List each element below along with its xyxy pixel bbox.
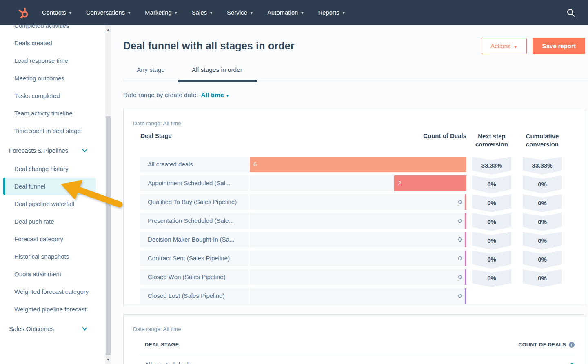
funnel-stage-label: Contract Sent (Sales Pipeline) (140, 251, 249, 266)
funnel-bar-track: 0 (250, 232, 466, 247)
cumulative-conversion-badge: 33.33% (523, 157, 562, 175)
cumulative-conversion-badge: 0% (523, 194, 562, 212)
sidebar-item-team-activity-timeline[interactable]: Team activity timeline (0, 104, 105, 122)
funnel-report-card: Date range: All time Deal Stage Count of… (123, 109, 585, 306)
deal-count-value: 0 (458, 194, 462, 210)
card-date-range: Date range: All time (133, 120, 585, 127)
funnel-bar[interactable] (465, 194, 466, 210)
funnel-bar[interactable] (465, 251, 466, 266)
table-divider (138, 353, 575, 353)
nav-item-sales[interactable]: Sales▼ (185, 9, 220, 16)
actions-button[interactable]: Actions▼ (481, 38, 527, 54)
funnel-bar[interactable]: 6 (250, 157, 466, 172)
column-header-cumulative-conversion: Cumulative conversion (517, 132, 568, 149)
hubspot-logo-icon[interactable] (17, 7, 29, 19)
funnel-bar[interactable] (465, 269, 466, 285)
chevron-down-icon: ▼ (69, 11, 72, 15)
funnel-stage-label: Presentation Scheduled (Sale... (140, 213, 249, 229)
next-step-conversion-badge: 0% (472, 194, 511, 212)
sidebar-scrollbar[interactable]: ▲ ▼ (105, 25, 111, 364)
sidebar-item-historical-snapshots[interactable]: Historical snapshots (0, 248, 105, 265)
sidebar-item-forecasts-pipelines[interactable]: Forecasts & Pipelines (0, 142, 105, 159)
chevron-down-icon: ▼ (127, 11, 131, 15)
table-row-all-created-deals: All created deals6 (145, 361, 574, 364)
sidebar-item-deals-created[interactable]: Deals created (0, 34, 105, 52)
search-icon[interactable] (566, 8, 576, 19)
sidebar-item-tasks-completed[interactable]: Tasks completed (0, 87, 105, 104)
sidebar-item-weighted-forecast-category[interactable]: Weighted forecast category (0, 283, 105, 300)
scroll-up-icon[interactable]: ▲ (105, 28, 111, 31)
tab-any-stage[interactable]: Any stage (123, 63, 178, 81)
column-header-count-of-deals: Count of Deals (250, 132, 466, 149)
date-range-filter-dropdown[interactable]: All time▼ (201, 91, 230, 99)
next-step-conversion-badge: 0% (472, 175, 511, 193)
funnel-bar[interactable] (465, 288, 466, 304)
scroll-down-icon[interactable]: ▼ (105, 358, 111, 362)
table-stage-label: All created deals (145, 361, 192, 364)
funnel-stage-label: Appointment Scheduled (Sal... (140, 175, 249, 191)
column-header-deal-stage: Deal Stage (140, 132, 250, 149)
sidebar-item-meeting-outcomes[interactable]: Meeting outcomes (0, 69, 105, 87)
cumulative-conversion-badge: 0% (523, 213, 562, 231)
funnel-stage-label: Closed Won (Sales Pipeline) (140, 269, 249, 285)
nav-item-marketing[interactable]: Marketing▼ (138, 9, 185, 16)
next-step-conversion-badge: 0% (472, 251, 511, 269)
table-count-value[interactable]: 6 (570, 361, 574, 364)
table-header-deal-stage: DEAL STAGE (145, 342, 179, 348)
chevron-down-icon[interactable] (82, 147, 87, 152)
funnel-row-presentation-scheduled-sale: Presentation Scheduled (Sale...00%0% (140, 213, 585, 232)
sidebar-item-deal-funnel[interactable]: Deal funnel (3, 178, 96, 195)
funnel-stage-label: All created deals (140, 157, 249, 172)
sidebar-item-completed-activities[interactable]: Completed activities (0, 25, 105, 34)
funnel-row-contract-sent-sales-pipeline: Contract Sent (Sales Pipeline)00%0% (140, 251, 585, 269)
cumulative-conversion-badge: 0% (523, 269, 562, 287)
nav-item-service[interactable]: Service▼ (220, 9, 260, 16)
sidebar-item-deal-change-history[interactable]: Deal change history (0, 160, 105, 178)
nav-item-automation[interactable]: Automation▼ (260, 9, 311, 16)
chevron-down-icon: ▼ (514, 44, 518, 49)
cumulative-conversion-badge: 0% (523, 175, 562, 193)
cumulative-conversion-badge: 0% (523, 251, 562, 269)
stage-tabs: Any stage All stages in order (123, 63, 588, 81)
deal-count-value: 0 (458, 213, 462, 229)
save-report-button[interactable]: Save report (533, 38, 585, 54)
funnel-bar-track: 0 (250, 194, 466, 210)
sidebar-item-deal-push-rate[interactable]: Deal push rate (0, 213, 105, 230)
nav-item-conversations[interactable]: Conversations▼ (79, 9, 138, 16)
info-icon[interactable]: i (569, 342, 575, 348)
funnel-row-qualified-to-buy-sales-pipeline: Qualified To Buy (Sales Pipeline)00%0% (140, 194, 585, 213)
funnel-bar[interactable] (465, 213, 466, 229)
table-rows: All created deals6 (133, 361, 575, 364)
deal-count-value: 0 (458, 251, 462, 266)
deal-count-value: 2 (394, 175, 401, 191)
sidebar-item-sales-outcomes[interactable]: Sales Outcomes (0, 320, 105, 337)
deal-count-value: 0 (458, 232, 462, 247)
sidebar-item-weighted-pipeline-forecast[interactable]: Weighted pipeline forecast (0, 300, 105, 318)
sidebar-list: Completed activitiesDeals createdLead re… (0, 25, 111, 337)
funnel-rows: All created deals633.33%33.33%Appointmen… (140, 157, 585, 307)
funnel-bar[interactable] (465, 232, 466, 247)
scrollbar-thumb[interactable] (106, 116, 111, 355)
sidebar-item-lead-response-time[interactable]: Lead response time (0, 52, 105, 69)
reports-sidebar: Completed activitiesDeals createdLead re… (0, 25, 111, 364)
sidebar-item-time-spent-in-deal-stage[interactable]: Time spent in deal stage (0, 122, 105, 140)
sidebar-item-deal-pipeline-waterfall[interactable]: Deal pipeline waterfall (0, 195, 105, 213)
sidebar-item-quota-attainment[interactable]: Quota attainment (0, 265, 105, 283)
sidebar-item-forecast-category[interactable]: Forecast category (0, 230, 105, 248)
next-step-conversion-badge: 0% (472, 269, 511, 287)
deal-count-value: 0 (458, 288, 462, 304)
active-tab-underline (178, 80, 257, 82)
deal-count-value: 0 (458, 269, 462, 285)
nav-item-contacts[interactable]: Contacts▼ (35, 9, 79, 16)
column-header-next-step-conversion: Next step conversion (466, 132, 517, 149)
nav-item-reports[interactable]: Reports▼ (311, 9, 353, 16)
tab-all-stages-in-order[interactable]: All stages in order (178, 63, 256, 81)
funnel-bar-track: 0 (250, 213, 466, 229)
funnel-stage-label: Decision Maker Bought-In (Sa... (140, 232, 249, 247)
chevron-down-icon: ▼ (209, 11, 213, 15)
funnel-bar[interactable]: 2 (394, 175, 466, 191)
chevron-down-icon[interactable] (82, 325, 87, 331)
deal-count-value: 6 (250, 157, 257, 172)
funnel-stage-label: Closed Lost (Sales Pipeline) (140, 288, 249, 304)
card-date-range: Date range: All time (133, 326, 575, 332)
